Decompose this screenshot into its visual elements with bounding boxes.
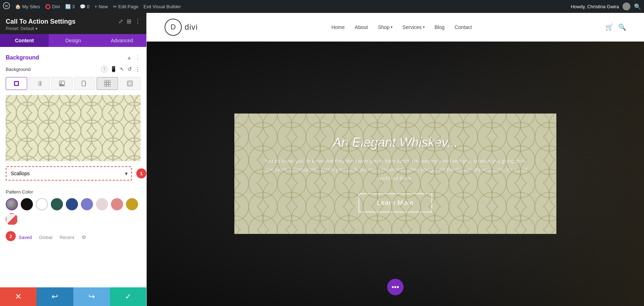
section-more-icon[interactable]: ⋮ (135, 54, 141, 61)
section-header-icons: ▲ ⋮ (126, 54, 141, 61)
panel-title: Call To Action Settings (6, 18, 75, 25)
swatch-black[interactable] (21, 198, 33, 210)
search-icon[interactable]: 🔍 (634, 3, 641, 10)
svg-rect-4 (36, 81, 42, 86)
global-tab[interactable]: Global (39, 235, 53, 240)
site-name-link[interactable]: ⭕ Divi (45, 4, 60, 9)
cta-body: You do know, you do know that they don't… (263, 157, 528, 183)
dots-icon: ••• (391, 283, 399, 291)
admin-bar-left: W 🏠 My Sites ⭕ Divi 🔄 3 💬 0 + New ✏ Edit… (3, 2, 565, 11)
color-settings-gear-icon[interactable]: ⚙ (82, 234, 86, 240)
help-icon[interactable]: ? (101, 66, 107, 72)
nav-blog[interactable]: Blog (435, 24, 445, 30)
swatch-white[interactable] (36, 198, 48, 210)
save-button[interactable]: ✓ (110, 287, 146, 306)
bg-more-icon[interactable]: ⋮ (135, 66, 141, 73)
more-options-icon[interactable]: ⋮ (135, 18, 141, 25)
bg-type-pattern[interactable] (97, 77, 118, 90)
swatch-custom-color[interactable] (6, 213, 18, 225)
site-logo: D divi (165, 19, 198, 36)
sync-icon: 🔄 (65, 4, 71, 9)
bg-type-video[interactable] (74, 77, 96, 90)
color-tabs-row-wrapper: 2 Saved Global Recent ⚙ (6, 231, 141, 241)
chevron-down-icon: ▾ (35, 26, 38, 31)
nav-search-icon[interactable]: 🔍 (618, 23, 626, 31)
nav-shop[interactable]: Shop▾ (378, 24, 392, 30)
admin-bar-right: Howdy, Christina Gwira 🔍 (571, 3, 641, 10)
svg-rect-3 (15, 82, 18, 85)
cancel-button[interactable]: ✕ (0, 287, 36, 306)
cursor-icon[interactable]: ↖ (120, 66, 125, 73)
badge-2: 2 (6, 231, 16, 241)
exit-builder-link[interactable]: Exit Visual Builder (143, 4, 181, 9)
panel-tabs: Content Design Advanced (0, 34, 146, 47)
bg-type-color[interactable] (6, 77, 27, 90)
services-dropdown-arrow-icon: ▾ (423, 25, 425, 29)
saved-tab[interactable]: Saved (19, 235, 32, 240)
nav-about[interactable]: About (355, 24, 368, 30)
swatch-lavender[interactable] (81, 198, 93, 210)
recent-tab[interactable]: Recent (59, 235, 74, 240)
edit-page-link[interactable]: ✏ Edit Page (113, 4, 138, 9)
swatch-dark-green[interactable] (51, 198, 63, 210)
swatch-rose[interactable] (111, 198, 123, 210)
badge-1: 1 (136, 168, 146, 178)
swatch-gold[interactable] (126, 198, 138, 210)
panel-header: Call To Action Settings Preset: Default … (0, 13, 146, 34)
bg-type-image[interactable] (51, 77, 73, 90)
mobile-icon[interactable]: 📱 (110, 66, 117, 73)
bg-label-icons: ? 📱 ↖ ↺ ⋮ (101, 66, 141, 73)
updates-link[interactable]: 🔄 3 (65, 4, 75, 9)
expand-icon[interactable]: ⤢ (118, 18, 123, 25)
pattern-select-wrapper: None Polka Dots Scallops Diagonal Stripe… (6, 166, 141, 181)
swatch-grey-custom[interactable] (6, 198, 18, 210)
bg-type-row (6, 77, 141, 90)
nav-home[interactable]: Home (331, 24, 345, 30)
wp-logo-icon[interactable]: W (3, 2, 10, 11)
comments-link[interactable]: 💬 0 (80, 4, 89, 9)
background-label-row: Background ? 📱 ↖ ↺ ⋮ (6, 66, 141, 73)
svg-rect-11 (104, 80, 111, 87)
undo-button[interactable]: ↩ (36, 287, 73, 306)
nav-services[interactable]: Services▾ (402, 24, 425, 30)
cart-icon[interactable]: 🛒 (605, 23, 613, 31)
panel-bottom-bar: ✕ ↩ ↪ ✓ (0, 287, 146, 306)
redo-button[interactable]: ↪ (73, 287, 110, 306)
tab-content[interactable]: Content (0, 34, 49, 47)
avatar (623, 3, 630, 10)
collapse-icon[interactable]: ▲ (126, 54, 132, 61)
nav-links: Home About Shop▾ Services▾ Blog Contact (331, 24, 472, 30)
bg-type-gradient[interactable] (29, 77, 50, 90)
pattern-color-label: Pattern Color (6, 189, 141, 195)
pattern-select[interactable]: None Polka Dots Scallops Diagonal Stripe… (6, 167, 131, 180)
cta-learn-more-button[interactable]: Learn More (358, 193, 432, 212)
swatch-navy[interactable] (66, 198, 78, 210)
tab-advanced[interactable]: Advanced (98, 34, 146, 47)
color-tabs: Saved Global Recent ⚙ (19, 234, 86, 240)
plus-icon: + (94, 4, 97, 9)
edit-icon: ✏ (113, 4, 117, 9)
admin-bar: W 🏠 My Sites ⭕ Divi 🔄 3 💬 0 + New ✏ Edit… (0, 0, 644, 13)
pattern-preview (6, 95, 141, 161)
bg-type-mask[interactable] (119, 77, 141, 90)
section-title: Background (6, 54, 39, 61)
logo-text: divi (185, 23, 198, 32)
new-link[interactable]: + New (94, 4, 108, 9)
swatch-light-pink[interactable] (96, 198, 108, 210)
cta-card: An Elegant Whiskey... You do know, you d… (234, 114, 556, 234)
svg-rect-12 (127, 81, 132, 86)
grid-icon[interactable]: ⊞ (127, 18, 131, 25)
floating-dots-button[interactable]: ••• (387, 279, 404, 295)
svg-rect-7 (82, 81, 86, 86)
nav-icons: 🛒 🔍 (605, 23, 626, 31)
nav-contact[interactable]: Contact (455, 24, 472, 30)
panel-header-info: Call To Action Settings Preset: Default … (6, 18, 75, 31)
tab-design[interactable]: Design (49, 34, 97, 47)
sites-icon: 🏠 (15, 4, 21, 9)
panel-header-icons: ⤢ ⊞ ⋮ (118, 18, 141, 25)
svg-rect-13 (128, 82, 131, 85)
preview-panel: D divi Home About Shop▾ Services▾ Blog C… (147, 13, 644, 306)
reset-icon[interactable]: ↺ (127, 66, 132, 73)
my-sites-link[interactable]: 🏠 My Sites (15, 4, 40, 9)
site-nav: D divi Home About Shop▾ Services▾ Blog C… (147, 13, 644, 42)
